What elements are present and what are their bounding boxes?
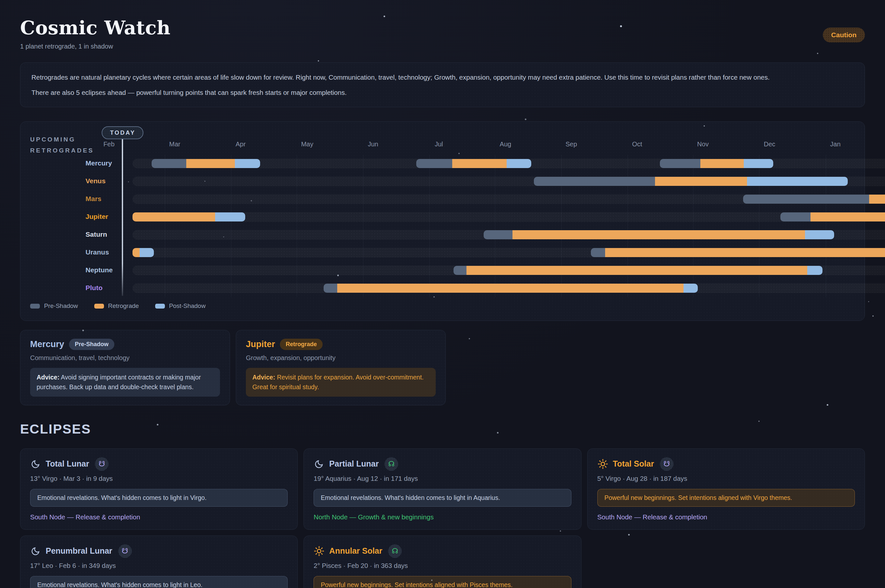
month-label: Mar xyxy=(169,141,180,148)
page-title: Cosmic Watch xyxy=(20,17,865,39)
retro-segment xyxy=(337,284,684,293)
advice-text: Revisit plans for expansion. Avoid over-… xyxy=(252,374,424,390)
star-dot xyxy=(318,60,319,62)
legend-label: Post-Shadow xyxy=(169,302,206,309)
star-dot xyxy=(872,315,874,316)
timeline-row-saturn: Saturn xyxy=(132,226,885,244)
timeline-rows: MercuryVenusMarsJupiterSaturnUranusNeptu… xyxy=(132,155,885,297)
timeline-legend: Pre-ShadowRetrogradePost-Shadow xyxy=(30,302,206,309)
advice-label: Advice: xyxy=(37,374,59,381)
planet-advice: Advice: Avoid signing important contract… xyxy=(30,368,220,397)
planet-advice: Advice: Revisit plans for expansion. Avo… xyxy=(246,368,436,397)
pre-legend-swatch xyxy=(30,304,40,309)
retro-segment xyxy=(655,177,747,186)
eclipse-card-partial-lunar: Partial Lunar ☊ 19° Aquarius · Aug 12 · … xyxy=(304,448,581,530)
timeline-row-uranus: Uranus xyxy=(132,244,885,262)
timeline-track xyxy=(132,177,885,186)
timeline-row-mercury: Mercury xyxy=(132,155,885,172)
month-label: Jun xyxy=(368,141,378,148)
month-label: Sep xyxy=(566,141,577,148)
retro-segment xyxy=(869,195,885,204)
post-segment xyxy=(684,284,698,293)
eclipses-heading: ECLIPSES xyxy=(20,422,865,437)
retro-segment xyxy=(466,266,808,275)
planet-focus: Communication, travel, technology xyxy=(30,354,220,362)
planet-name: Mercury xyxy=(30,339,64,350)
star-dot xyxy=(525,118,526,120)
pre-segment xyxy=(484,230,512,239)
eclipse-card-penumbral-lunar: Penumbral Lunar ☋ 17° Leo · Feb 6 · in 3… xyxy=(20,536,298,588)
eclipse-meta: 2° Pisces · Feb 20 · in 363 days xyxy=(314,562,571,570)
post-segment xyxy=(747,177,848,186)
retro-segment xyxy=(512,230,805,239)
timeline-row-mars: Mars xyxy=(132,190,885,208)
month-label: May xyxy=(301,141,313,148)
moon-icon xyxy=(314,459,324,469)
timeline-row-venus: Venus xyxy=(132,172,885,190)
retro-segment xyxy=(186,159,234,168)
month-label: Jul xyxy=(435,141,443,148)
eclipse-title: Penumbral Lunar xyxy=(46,546,113,556)
timeline-track xyxy=(132,284,885,293)
moon-icon xyxy=(31,459,41,469)
pre-segment xyxy=(416,159,452,168)
status-badge: Caution xyxy=(823,27,865,42)
eclipse-cards: Total Lunar ☋ 13° Virgo · Mar 3 · in 9 d… xyxy=(20,448,865,588)
header: Cosmic Watch 1 planet retrograde, 1 in s… xyxy=(20,17,865,50)
advice-text: Avoid signing important contracts or mak… xyxy=(37,374,201,390)
eclipse-card-annular-solar: Annular Solar ☊ 2° Pisces · Feb 20 · in … xyxy=(304,536,581,588)
star-dot xyxy=(817,53,818,54)
legend-label: Pre-Shadow xyxy=(44,302,78,309)
retrograde-summary-card: Retrogrades are natural planetary cycles… xyxy=(20,63,865,107)
node-icon: ☋ xyxy=(660,457,673,471)
pre-segment xyxy=(324,284,337,293)
page-subtitle: 1 planet retrograde, 1 in shadow xyxy=(20,43,865,50)
summary-line-1: Retrogrades are natural planetary cycles… xyxy=(32,72,853,82)
node-icon: ☋ xyxy=(118,544,132,558)
timeline-row-neptune: Neptune xyxy=(132,262,885,279)
today-pill: TODAY xyxy=(102,126,144,139)
planet-card-mercury: Mercury Pre-Shadow Communication, travel… xyxy=(20,330,230,405)
eclipse-description: Emotional revelations. What's hidden com… xyxy=(314,489,571,507)
post-segment xyxy=(506,159,531,168)
pre-segment xyxy=(454,266,466,275)
eclipse-node-label: South Node — Release & completion xyxy=(597,513,855,521)
node-icon: ☋ xyxy=(95,457,108,471)
eclipse-title: Partial Lunar xyxy=(329,459,379,468)
post-segment xyxy=(235,159,260,168)
legend-item: Pre-Shadow xyxy=(30,302,78,309)
timeline-month-axis: FebMarAprMayJunJulAugSepOctNovDecJan xyxy=(77,141,870,149)
retrograde-timeline-card: UPCOMING RETROGRADES FebMarAprMayJunJulA… xyxy=(20,122,865,321)
timeline-row-pluto: Pluto xyxy=(132,279,885,297)
legend-item: Retrograde xyxy=(94,302,139,309)
planet-phase-badge: Pre-Shadow xyxy=(69,339,114,350)
summary-line-2: There are also 5 eclipses ahead — powerf… xyxy=(32,88,853,98)
legend-label: Retrograde xyxy=(108,302,139,309)
pre-segment xyxy=(591,248,605,257)
eclipse-description: Powerful new beginnings. Set intentions … xyxy=(597,489,855,507)
cosmic-watch-app: Cosmic Watch 1 planet retrograde, 1 in s… xyxy=(0,0,885,588)
post-segment xyxy=(215,212,245,222)
eclipse-meta: 17° Leo · Feb 6 · in 349 days xyxy=(30,562,288,570)
month-label: Feb xyxy=(103,141,114,148)
eclipse-description: Emotional revelations. What's hidden com… xyxy=(30,576,288,588)
retro-segment xyxy=(452,159,507,168)
node-icon: ☊ xyxy=(388,544,402,558)
eclipse-title: Total Solar xyxy=(613,459,654,468)
timeline-row-jupiter: Jupiter xyxy=(132,208,885,226)
pre-segment xyxy=(152,159,186,168)
post-legend-swatch xyxy=(155,304,165,309)
planet-name: Jupiter xyxy=(246,339,275,350)
eclipse-meta: 5° Virgo · Aug 28 · in 187 days xyxy=(597,475,855,483)
timeline-track xyxy=(132,230,885,240)
post-segment xyxy=(807,266,822,275)
eclipse-node-label: South Node — Release & completion xyxy=(30,513,288,521)
month-label: Jan xyxy=(830,141,841,148)
timeline-track xyxy=(132,266,885,275)
post-segment xyxy=(140,248,154,257)
timeline-track xyxy=(132,194,885,204)
today-marker: TODAY xyxy=(102,126,144,139)
eclipse-meta: 13° Virgo · Mar 3 · in 9 days xyxy=(30,475,288,483)
timeline-track xyxy=(132,248,885,257)
planet-focus: Growth, expansion, opportunity xyxy=(246,354,436,362)
